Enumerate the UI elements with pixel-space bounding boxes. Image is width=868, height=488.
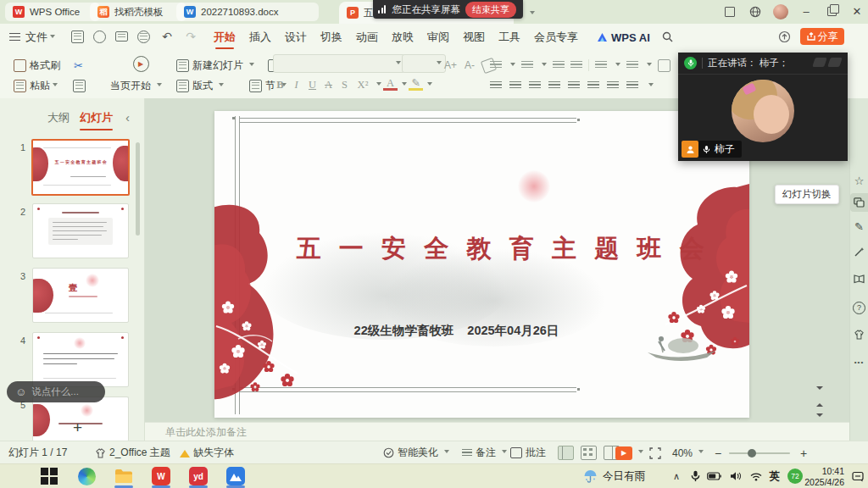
tab-slides[interactable]: 幻灯片 <box>80 110 113 125</box>
theme-button[interactable]: 2_Office 主题 <box>95 441 170 464</box>
collapse-panel-button[interactable]: ‹ <box>125 110 130 125</box>
tray-network-icon[interactable] <box>746 466 766 486</box>
tray-mic-icon[interactable] <box>685 466 705 486</box>
bullet-list-icon[interactable] <box>490 61 502 69</box>
zoom-in-button[interactable]: + <box>800 441 807 464</box>
tab-word-document[interactable]: W 2022710893.docx <box>176 3 319 21</box>
slide-subtitle[interactable]: 22级生物学畜牧班 2025年04月26日 <box>214 323 698 339</box>
text-direction-icon[interactable] <box>626 61 638 69</box>
add-slide-button[interactable]: + <box>73 419 82 437</box>
pc-manager-badge[interactable]: 72 <box>785 466 805 486</box>
youdao-app-button[interactable]: yd <box>188 466 209 486</box>
ribbon-tab-transition[interactable]: 切换 <box>317 28 346 47</box>
ribbon-tab-home[interactable]: 开始 <box>210 28 239 47</box>
strikethrough-button[interactable]: A <box>321 79 336 92</box>
font-size-select[interactable] <box>402 54 446 73</box>
redo-button[interactable]: ↷ <box>183 30 198 43</box>
hamburger-menu-icon[interactable] <box>7 30 22 43</box>
end-share-button[interactable]: 结束共享 <box>465 2 516 18</box>
ink-annotation-icon[interactable]: ✎ <box>850 217 868 236</box>
share-button[interactable]: 分享 <box>800 28 844 45</box>
reading-view-icon[interactable] <box>850 269 868 288</box>
taskbar-clock[interactable]: 10:41 2025/4/26 <box>804 466 844 487</box>
zoom-out-button[interactable]: − <box>715 441 721 464</box>
blue-app-button[interactable] <box>225 466 246 486</box>
wps-app-button[interactable]: W <box>151 466 171 486</box>
tray-battery-icon[interactable] <box>704 466 724 486</box>
print-preview-button[interactable] <box>136 30 151 43</box>
slide-thumbnail-1[interactable]: 五 一 安 全 教 育 主 题 班 会 <box>31 139 130 196</box>
missing-font-warning[interactable]: 缺失字体 <box>180 441 234 464</box>
start-button[interactable] <box>39 466 59 486</box>
close-button[interactable]: ✕ <box>844 0 868 23</box>
minimize-button[interactable]: – <box>793 0 819 23</box>
tab-list-chevron-icon[interactable] <box>530 11 535 17</box>
ribbon-tab-insert[interactable]: 插入 <box>246 28 275 47</box>
zoom-handle[interactable] <box>748 449 756 458</box>
zoom-slider[interactable] <box>729 441 790 464</box>
slide-title[interactable]: 五 一 安 全 教 育 主 题 班 会 <box>265 232 741 266</box>
font-family-select[interactable] <box>273 54 405 73</box>
copy-button[interactable] <box>73 80 86 92</box>
wps-ai-button[interactable]: WPS AI <box>593 28 654 47</box>
comments-button[interactable]: 批注 <box>510 441 546 464</box>
italic-button[interactable]: I <box>289 79 303 92</box>
align-center-icon[interactable] <box>509 81 521 90</box>
highlight-color-button[interactable]: ✎ <box>409 79 423 91</box>
text-shadow-button[interactable]: S <box>337 79 352 92</box>
slide-thumbnail-4[interactable] <box>32 332 129 387</box>
file-explorer-button[interactable] <box>114 466 134 486</box>
previous-slide-button[interactable] <box>816 400 823 407</box>
align-distribute-icon[interactable] <box>568 81 580 90</box>
user-avatar[interactable] <box>768 0 793 23</box>
decrease-indent-icon[interactable] <box>553 61 565 69</box>
tab-outline[interactable]: 大纲 <box>47 110 70 125</box>
format-painter-button[interactable]: 格式刷 <box>14 58 60 73</box>
underline-button[interactable]: U <box>305 79 320 92</box>
paragraph-spacing-icon[interactable] <box>607 81 619 90</box>
numbered-list-icon[interactable] <box>521 61 533 69</box>
beautify-button[interactable]: 智能美化 <box>383 441 449 464</box>
search-button[interactable] <box>659 30 675 43</box>
app-home-tab[interactable]: W WPS Office <box>5 3 100 21</box>
more-tools-icon[interactable]: ••• <box>850 352 868 371</box>
edge-browser-button[interactable] <box>76 466 97 486</box>
notification-center-button[interactable] <box>848 466 868 486</box>
zoom-level[interactable]: 40% <box>672 441 704 464</box>
panel-ghost-button[interactable] <box>827 58 843 67</box>
tray-volume-icon[interactable] <box>726 466 746 486</box>
superscript-button[interactable]: X² <box>353 79 372 92</box>
ribbon-tab-view[interactable]: 视图 <box>459 28 488 47</box>
line-spacing-icon[interactable] <box>587 81 599 90</box>
slide-sorter-view-button[interactable] <box>581 446 597 460</box>
paste-button[interactable]: 粘贴 <box>14 79 58 93</box>
row-spacing-icon[interactable] <box>626 81 638 90</box>
tab-docer-template[interactable]: 稻 找稻壳模板 <box>90 3 186 21</box>
new-slide-button[interactable]: 新建幻灯片 <box>176 58 254 73</box>
undo-button[interactable]: ↶ <box>159 30 175 43</box>
align-left-icon[interactable] <box>490 81 502 90</box>
save-button[interactable] <box>70 30 85 43</box>
increase-font-button[interactable]: A+ <box>444 59 457 71</box>
slideshow-button[interactable]: ▶ <box>615 441 643 464</box>
ribbon-tab-slideshow[interactable]: 放映 <box>388 28 417 47</box>
align-justify-icon[interactable] <box>548 81 560 90</box>
file-menu[interactable]: 文件 <box>22 28 58 47</box>
chat-input-pill[interactable]: ☺ 说点什么... <box>7 381 105 402</box>
start-from-current-button[interactable]: 当页开始 <box>110 76 162 95</box>
help-icon[interactable]: ? <box>850 298 868 317</box>
scroll-down-arrow[interactable] <box>816 386 823 393</box>
increase-indent-icon[interactable] <box>570 61 582 69</box>
favorites-star-icon[interactable]: ☆ <box>850 171 868 190</box>
next-slide-button[interactable] <box>816 413 823 420</box>
skin-theme-icon[interactable] <box>850 325 868 344</box>
upload-cloud-button[interactable] <box>776 30 792 43</box>
char-spacing-icon[interactable] <box>595 61 607 69</box>
play-current-icon[interactable]: ▶ <box>133 56 149 72</box>
font-color-button[interactable]: A <box>383 79 398 91</box>
layout-button[interactable]: 版式 <box>176 79 224 93</box>
slide-transition-icon[interactable] <box>850 193 868 212</box>
smart-beautify-icon[interactable] <box>850 242 868 261</box>
normal-view-button[interactable] <box>558 446 574 460</box>
thumbnails-scrollbar[interactable] <box>136 142 140 236</box>
